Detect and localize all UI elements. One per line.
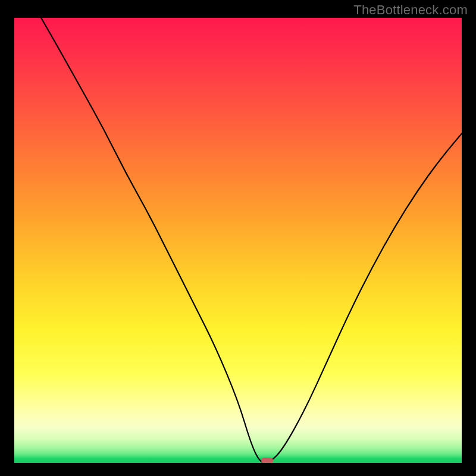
curve-svg — [14, 18, 462, 463]
chart-frame: TheBottleneck.com — [0, 0, 476, 476]
plot-area — [14, 18, 462, 463]
watermark-text: TheBottleneck.com — [353, 2, 468, 18]
minimum-marker — [261, 458, 273, 463]
bottleneck-curve — [41, 18, 462, 463]
